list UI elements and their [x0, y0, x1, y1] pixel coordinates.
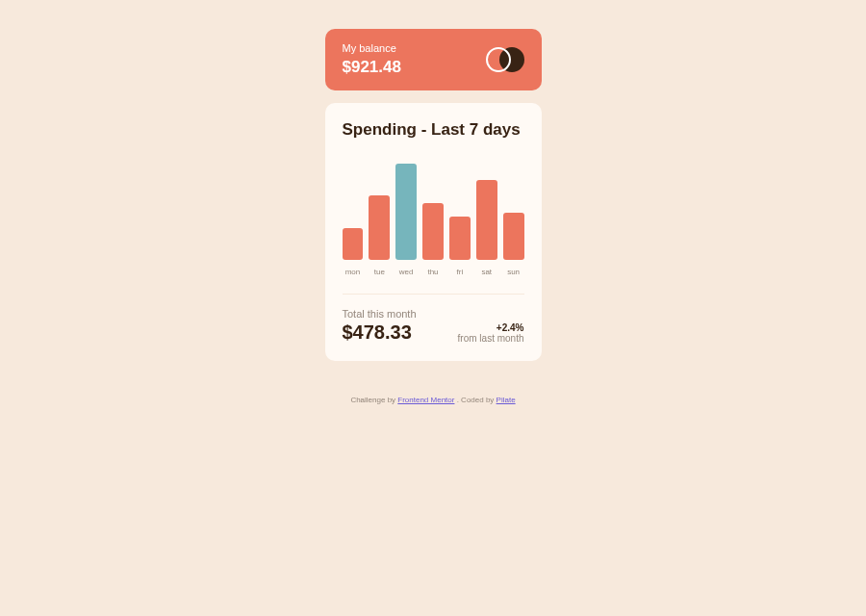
bar-label-wed: wed	[399, 268, 414, 276]
bar-column-fri: fri	[449, 217, 471, 276]
bar-tue[interactable]	[369, 195, 390, 260]
bar-mon[interactable]	[343, 228, 364, 260]
total-month-amount: $478.33	[343, 321, 417, 344]
spending-chart: montuewedthufrisatsun	[343, 161, 524, 276]
bar-fri[interactable]	[449, 217, 471, 260]
balance-texts: My balance $921.48	[343, 42, 401, 77]
balance-amount: $921.48	[343, 58, 401, 77]
bar-label-tue: tue	[374, 268, 385, 276]
divider	[343, 294, 524, 295]
bar-column-sat: sat	[476, 180, 497, 276]
spending-card: Spending - Last 7 days montuewedthufrisa…	[325, 103, 542, 361]
logo-icon	[486, 45, 524, 74]
delta-label: from last month	[458, 333, 524, 344]
bar-label-fri: fri	[457, 268, 464, 276]
totals-row: Total this month $478.33 +2.4% from last…	[343, 308, 524, 344]
total-month-label: Total this month	[343, 308, 417, 320]
bar-label-sun: sun	[507, 268, 520, 276]
attribution: Challenge by Frontend Mentor . Coded by …	[350, 396, 515, 404]
total-right: +2.4% from last month	[458, 322, 524, 344]
bar-column-thu: thu	[422, 203, 444, 276]
bar-sat[interactable]	[476, 180, 497, 260]
bar-thu[interactable]	[422, 203, 444, 260]
bar-sun[interactable]	[503, 213, 524, 260]
delta-percent: +2.4%	[458, 322, 524, 333]
bar-label-sat: sat	[481, 268, 492, 276]
bar-column-wed: wed	[395, 164, 417, 276]
bar-column-sun: sun	[503, 213, 524, 276]
spending-title: Spending - Last 7 days	[343, 120, 524, 140]
bar-column-tue: tue	[369, 195, 390, 276]
attribution-link-frontend-mentor[interactable]: Frontend Mentor	[397, 396, 454, 404]
balance-label: My balance	[343, 42, 401, 54]
attribution-link-author[interactable]: Pilate	[497, 396, 516, 404]
attribution-prefix: Challenge by	[350, 396, 397, 404]
attribution-middle: . Coded by	[457, 396, 497, 404]
bar-column-mon: mon	[343, 228, 364, 276]
bar-wed[interactable]	[395, 164, 417, 260]
bar-label-mon: mon	[345, 268, 361, 276]
total-left: Total this month $478.33	[343, 308, 417, 344]
bar-label-thu: thu	[427, 268, 438, 276]
balance-card: My balance $921.48	[325, 29, 542, 90]
